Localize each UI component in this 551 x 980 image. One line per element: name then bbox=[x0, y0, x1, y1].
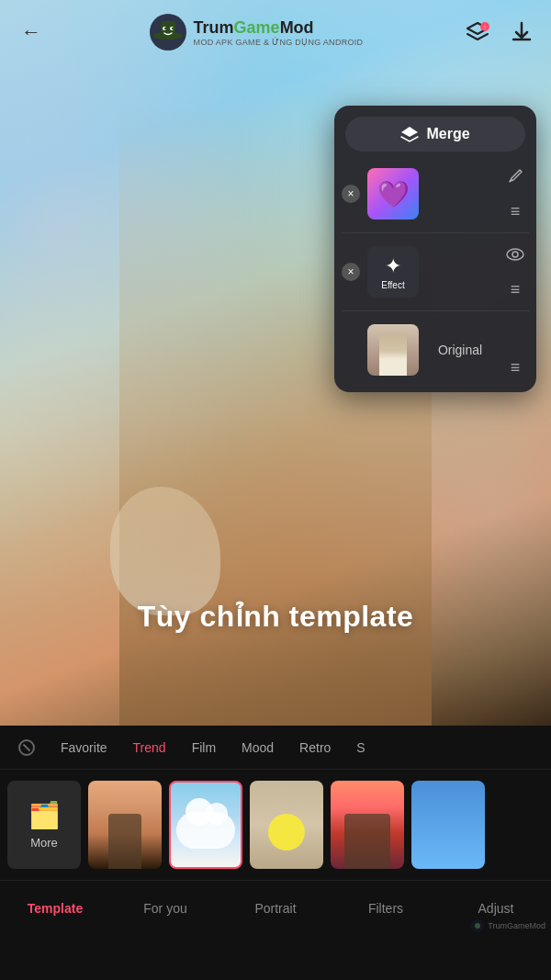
download-button[interactable] bbox=[507, 17, 536, 47]
favorite-label-tab[interactable]: Favorite bbox=[50, 733, 118, 762]
effect-label: Effect bbox=[381, 280, 404, 290]
download-icon bbox=[512, 21, 532, 43]
merge-button[interactable]: Merge bbox=[345, 117, 525, 152]
logo-text: TrumGameMod MOD APK GAME & ỨNG DỤNG ANDR… bbox=[194, 18, 364, 47]
template-figure-4 bbox=[344, 814, 390, 869]
layer3-controls: ≡ bbox=[501, 319, 529, 381]
separator-2 bbox=[342, 310, 529, 311]
watermark-icon bbox=[470, 918, 485, 933]
no-category-icon bbox=[18, 739, 35, 756]
logo-mod: Mod bbox=[280, 18, 314, 37]
svg-point-10 bbox=[512, 252, 518, 257]
template-thumb-2[interactable] bbox=[169, 781, 242, 869]
template-figure-1 bbox=[108, 814, 141, 869]
layer3-thumbnail bbox=[367, 324, 419, 376]
logo-trum: Trum bbox=[194, 18, 234, 37]
layer1-thumbnail: 💜 bbox=[367, 168, 419, 220]
overlay-title: Tùy chỉnh template bbox=[0, 599, 551, 634]
film-tab[interactable]: Film bbox=[181, 733, 227, 762]
dropdown-panel: Merge × 💜 ≡ × ✦ bbox=[334, 106, 536, 392]
svg-point-6 bbox=[172, 28, 174, 29]
nav-filters[interactable]: Filters bbox=[331, 894, 441, 923]
logo-main-text: TrumGameMod bbox=[194, 18, 364, 38]
more-cat-tab[interactable]: S bbox=[345, 733, 376, 762]
layer2-controls: ≡ bbox=[501, 241, 529, 303]
eye-icon bbox=[506, 248, 524, 261]
layer1-controls: ≡ bbox=[501, 163, 529, 225]
separator-1 bbox=[342, 232, 529, 233]
template-thumb-1[interactable] bbox=[88, 781, 162, 869]
watermark-bottom: TrumGameMod bbox=[470, 918, 545, 933]
category-tabs: Favorite Trend Film Mood Retro S bbox=[0, 726, 551, 770]
layer1-close-button[interactable]: × bbox=[342, 185, 360, 203]
watermark-text: TrumGameMod bbox=[488, 921, 545, 930]
nav-template-label: Template bbox=[28, 901, 83, 916]
header: ← TrumGameMod MOD bbox=[0, 0, 551, 64]
template-thumb-4[interactable] bbox=[331, 781, 404, 869]
bottom-bar: Favorite Trend Film Mood Retro S 🗂️ More bbox=[0, 726, 551, 980]
nav-for-you-label: For you bbox=[143, 901, 186, 916]
template-row: 🗂️ More bbox=[0, 770, 551, 880]
nav-adjust-label: Adjust bbox=[478, 901, 514, 916]
more-button[interactable]: 🗂️ More bbox=[7, 781, 81, 869]
template-thumb-3[interactable] bbox=[250, 781, 323, 869]
more-label: More bbox=[30, 836, 58, 850]
trend-tab[interactable]: Trend bbox=[122, 733, 177, 762]
bottom-nav: Template For you Portrait Filters Adjust… bbox=[0, 880, 551, 935]
favorite-tab[interactable] bbox=[7, 732, 46, 763]
layer2-drag-icon[interactable]: ≡ bbox=[501, 276, 529, 303]
nav-portrait[interactable]: Portrait bbox=[220, 894, 331, 923]
logo-icon bbox=[148, 12, 188, 52]
layer2-eye-icon[interactable] bbox=[501, 241, 529, 268]
svg-text:↑: ↑ bbox=[483, 24, 487, 30]
merge-label: Merge bbox=[426, 126, 469, 142]
layer-row-effect: × ✦ Effect ≡ bbox=[334, 237, 536, 307]
layer-row-heart: × 💜 ≡ bbox=[334, 159, 536, 229]
back-button[interactable]: ← bbox=[15, 16, 48, 49]
nav-filters-label: Filters bbox=[368, 901, 403, 916]
logo-game: Game bbox=[234, 18, 280, 37]
back-arrow-icon: ← bbox=[21, 20, 41, 44]
nav-template[interactable]: Template bbox=[0, 894, 110, 923]
yellow-element bbox=[268, 814, 305, 850]
layers-button[interactable]: ↑ bbox=[463, 17, 492, 47]
layer2-close-button[interactable]: × bbox=[342, 263, 360, 281]
header-actions: ↑ bbox=[463, 17, 536, 47]
svg-point-5 bbox=[164, 28, 166, 29]
logo-subtitle: MOD APK GAME & ỨNG DỤNG ANDROID bbox=[194, 38, 364, 47]
trend-tab-label: Trend bbox=[133, 740, 166, 755]
retro-tab[interactable]: Retro bbox=[288, 733, 342, 762]
nav-portrait-label: Portrait bbox=[254, 901, 296, 916]
cloud-shape bbox=[176, 812, 235, 849]
retro-tab-label: Retro bbox=[299, 740, 331, 755]
merge-icon bbox=[400, 126, 419, 142]
more-cat-label: S bbox=[356, 740, 365, 755]
brush-icon bbox=[507, 168, 523, 185]
svg-point-9 bbox=[507, 249, 523, 260]
main-photo-area: ← TrumGameMod MOD bbox=[0, 0, 551, 726]
layer-row-original: Original ≡ bbox=[334, 315, 536, 385]
effect-star-icon: ✦ bbox=[385, 254, 401, 278]
photo-figure bbox=[379, 334, 407, 376]
film-tab-label: Film bbox=[192, 740, 216, 755]
svg-point-12 bbox=[475, 923, 480, 929]
mood-tab-label: Mood bbox=[242, 740, 274, 755]
template-thumb-5[interactable] bbox=[411, 781, 485, 869]
layer1-brush-icon[interactable] bbox=[501, 163, 529, 190]
favorite-tab-label: Favorite bbox=[61, 740, 107, 755]
layers-icon: ↑ bbox=[466, 21, 489, 43]
layer2-thumbnail: ✦ Effect bbox=[367, 246, 419, 298]
mood-tab[interactable]: Mood bbox=[231, 733, 285, 762]
logo: TrumGameMod MOD APK GAME & ỨNG DỤNG ANDR… bbox=[148, 12, 364, 52]
original-label: Original bbox=[426, 343, 494, 357]
more-icon: 🗂️ bbox=[28, 800, 61, 830]
layer3-drag-icon[interactable]: ≡ bbox=[501, 354, 529, 381]
layer1-drag-icon[interactable]: ≡ bbox=[501, 197, 529, 225]
nav-for-you[interactable]: For you bbox=[110, 894, 220, 923]
